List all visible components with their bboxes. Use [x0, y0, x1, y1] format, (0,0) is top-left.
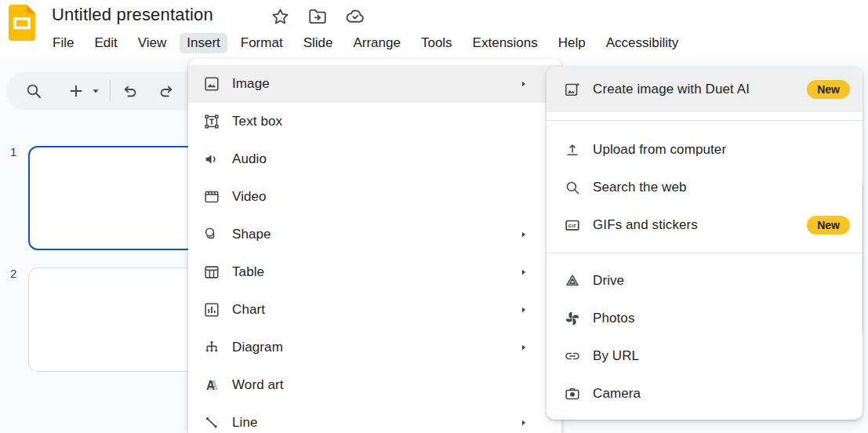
upload-icon — [563, 140, 582, 159]
menu-item-table[interactable]: Table — [188, 253, 561, 291]
table-icon — [202, 263, 221, 282]
menubar-item-help[interactable]: Help — [551, 33, 593, 53]
menubar-item-extensions[interactable]: Extensions — [466, 33, 545, 53]
menu-item-label: Photos — [593, 311, 635, 326]
word-art-icon: AA — [202, 376, 221, 395]
submenu-arrow-icon — [519, 79, 528, 89]
menu-item-label: Drive — [593, 273, 624, 289]
submenu-arrow-icon — [519, 267, 528, 277]
menubar-item-tools[interactable]: Tools — [414, 33, 459, 53]
menu-item-label: Table — [232, 264, 264, 280]
line-icon — [202, 413, 221, 432]
menubar: FileEditViewInsertFormatSlideArrangeTool… — [45, 33, 685, 53]
star-icon[interactable] — [270, 6, 290, 27]
new-slide-button[interactable] — [66, 81, 86, 101]
drive-icon — [563, 271, 582, 290]
menubar-item-arrange[interactable]: Arrange — [346, 33, 407, 53]
cloud-check-icon[interactable] — [345, 6, 365, 27]
undo-button[interactable] — [120, 81, 140, 101]
menu-item-word-art[interactable]: AAWord art — [188, 366, 561, 404]
menu-item-create-image-with-duet-ai[interactable]: Create image with Duet AINew — [547, 67, 863, 112]
menu-item-photos[interactable]: Photos — [547, 300, 863, 337]
submenu-arrow-icon — [519, 418, 528, 428]
menu-item-label: GIFs and stickers — [593, 217, 698, 233]
image-submenu: Create image with Duet AINewUpload from … — [547, 67, 863, 420]
create-image-ai-icon — [563, 80, 582, 99]
audio-icon — [202, 150, 221, 169]
submenu-arrow-icon — [519, 343, 528, 352]
app-header: Untitled presentation FileEditViewInsert… — [0, 0, 868, 59]
google-slides-logo-icon[interactable] — [8, 5, 36, 41]
submenu-arrow-icon — [519, 305, 528, 315]
menu-item-gifs-and-stickers[interactable]: GIFGIFs and stickersNew — [547, 206, 863, 244]
menu-item-camera[interactable]: Camera — [547, 375, 863, 413]
menu-item-label: Camera — [593, 386, 641, 402]
menu-item-text-box[interactable]: Text box — [188, 103, 561, 140]
menubar-item-accessibility[interactable]: Accessibility — [599, 33, 686, 53]
menu-item-label: Upload from computer — [593, 142, 726, 158]
text-box-icon — [202, 112, 221, 131]
camera-icon — [563, 384, 582, 403]
menu-item-audio[interactable]: Audio — [188, 140, 561, 178]
menu-item-chart[interactable]: Chart — [188, 291, 561, 329]
title-action-icons — [270, 6, 365, 27]
menu-item-label: Shape — [232, 227, 271, 242]
redo-button[interactable] — [156, 81, 176, 101]
image-icon — [202, 75, 221, 93]
menu-item-label: By URL — [593, 348, 639, 364]
photos-icon — [563, 309, 582, 328]
menu-item-shape[interactable]: Shape — [188, 216, 561, 253]
menu-item-label: Image — [232, 76, 270, 92]
new-badge: New — [807, 80, 850, 99]
menubar-item-slide[interactable]: Slide — [296, 33, 340, 53]
new-slide-caret-down-icon[interactable] — [89, 81, 102, 101]
menu-item-drive[interactable]: Drive — [547, 262, 863, 300]
menu-item-line[interactable]: Line — [188, 404, 561, 433]
slide-number: 2 — [10, 267, 16, 280]
menu-item-label: Chart — [232, 302, 265, 318]
search-web-icon — [563, 178, 582, 197]
shape-icon — [202, 225, 221, 244]
gif-icon: GIF — [563, 216, 582, 235]
slide-thumbnail-2[interactable] — [28, 267, 196, 372]
menu-item-label: Search the web — [593, 180, 687, 195]
menu-item-diagram[interactable]: Diagram — [188, 329, 561, 366]
menu-item-label: Video — [232, 189, 267, 205]
move-folder-icon[interactable] — [307, 6, 328, 27]
menu-item-video[interactable]: Video — [188, 178, 561, 216]
menu-item-label: Create image with Duet AI — [593, 82, 750, 97]
slide-thumbnail-1[interactable] — [28, 146, 196, 250]
submenu-arrow-icon — [519, 230, 528, 239]
insert-menu-dropdown: ImageText boxAudioVideoShapeTableChartDi… — [188, 59, 561, 433]
menu-item-label: Diagram — [232, 340, 283, 355]
link-icon — [563, 347, 582, 366]
menu-item-label: Line — [232, 415, 258, 431]
canvas-edge-hairline — [863, 184, 863, 333]
menu-item-label: Audio — [232, 151, 267, 167]
menu-item-search-the-web[interactable]: Search the web — [547, 169, 863, 206]
menubar-item-file[interactable]: File — [45, 33, 81, 53]
search-icon[interactable] — [24, 81, 44, 101]
toolbar — [6, 71, 207, 111]
menu-divider — [547, 120, 863, 121]
google-slides-app: Untitled presentation FileEditViewInsert… — [0, 0, 868, 433]
svg-text:GIF: GIF — [568, 224, 577, 228]
menubar-item-edit[interactable]: Edit — [87, 33, 124, 53]
slide-number: 1 — [10, 145, 16, 158]
video-icon — [202, 187, 221, 206]
menu-item-label: Word art — [232, 377, 284, 393]
menubar-item-format[interactable]: Format — [234, 33, 290, 53]
menu-item-label: Text box — [232, 114, 282, 129]
menu-item-upload-from-computer[interactable]: Upload from computer — [547, 131, 863, 169]
menu-item-image[interactable]: Image — [188, 65, 561, 103]
menu-divider — [547, 253, 863, 253]
menubar-item-insert[interactable]: Insert — [180, 33, 227, 53]
document-title[interactable]: Untitled presentation — [52, 5, 213, 25]
menu-item-by-url[interactable]: By URL — [547, 337, 863, 375]
toolbar-divider — [110, 80, 111, 102]
chart-icon — [202, 300, 221, 319]
svg-text:A: A — [206, 379, 215, 392]
new-badge: New — [807, 216, 850, 235]
diagram-icon — [202, 338, 221, 357]
menubar-item-view[interactable]: View — [131, 33, 174, 53]
